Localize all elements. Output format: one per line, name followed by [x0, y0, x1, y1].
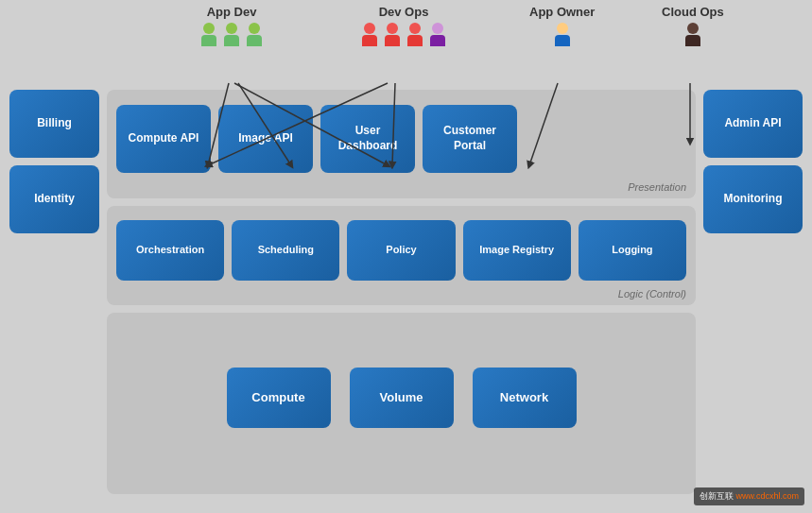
infra-layer: Compute Volume Network — [107, 313, 696, 494]
app-dev-label: App Dev — [207, 5, 257, 19]
person-icon — [244, 23, 265, 49]
watermark: 创新互联 www.cdcxhl.com — [694, 487, 804, 505]
layers-container: Billing Identity Compute API Image API U… — [0, 90, 812, 504]
person-icon — [427, 23, 448, 49]
infra-boxes: Compute Volume Network — [116, 368, 686, 428]
role-app-owner: App Owner — [529, 5, 595, 49]
side-left: Billing Identity — [9, 90, 99, 494]
image-api-box: Image API — [218, 105, 313, 173]
logic-layer: Orchestration Scheduling Policy Image Re… — [107, 206, 696, 305]
presentation-boxes: Compute API Image API User Dashboard Cus… — [116, 105, 686, 173]
role-dev-ops: Dev Ops — [359, 5, 448, 49]
network-box: Network — [473, 368, 577, 428]
volume-box: Volume — [350, 368, 454, 428]
role-cloud-ops: Cloud Ops — [662, 5, 724, 49]
logic-boxes: Orchestration Scheduling Policy Image Re… — [116, 220, 686, 281]
main-wrapper: App Dev Dev Ops App Owner — [0, 0, 812, 513]
presentation-layer: Compute API Image API User Dashboard Cus… — [107, 90, 696, 198]
person-icon — [405, 23, 425, 49]
identity-box: Identity — [9, 165, 99, 233]
dev-ops-label: Dev Ops — [379, 5, 429, 19]
person-icon — [221, 23, 242, 49]
presentation-label: Presentation — [628, 181, 686, 193]
billing-box: Billing — [9, 90, 99, 158]
person-icon — [682, 23, 703, 49]
center-layers: Compute API Image API User Dashboard Cus… — [107, 90, 696, 494]
app-owner-label: App Owner — [529, 5, 595, 19]
person-icon — [199, 23, 219, 49]
roles-row: App Dev Dev Ops App Owner — [0, 0, 812, 90]
logic-label: Logic (Control) — [618, 288, 686, 299]
cloud-ops-label: Cloud Ops — [662, 5, 724, 19]
admin-api-box: Admin API — [703, 90, 803, 158]
person-icon — [359, 23, 380, 49]
logging-box: Logging — [579, 220, 686, 281]
image-registry-box: Image Registry — [463, 220, 571, 281]
orchestration-box: Orchestration — [116, 220, 224, 281]
compute-box: Compute — [227, 368, 331, 428]
watermark-url-text: www.cdcxhl.com — [735, 491, 799, 501]
person-icon — [382, 23, 403, 49]
customer-portal-box: Customer Portal — [423, 105, 517, 173]
policy-box: Policy — [347, 220, 455, 281]
watermark-cn-text: 创新互联 — [700, 491, 734, 501]
compute-api-box: Compute API — [116, 105, 211, 173]
person-icon — [552, 23, 573, 49]
user-dashboard-box: User Dashboard — [320, 105, 415, 173]
role-app-dev: App Dev — [199, 5, 265, 49]
scheduling-box: Scheduling — [232, 220, 339, 281]
monitoring-box: Monitoring — [703, 165, 803, 233]
side-right: Admin API Monitoring — [703, 90, 803, 494]
